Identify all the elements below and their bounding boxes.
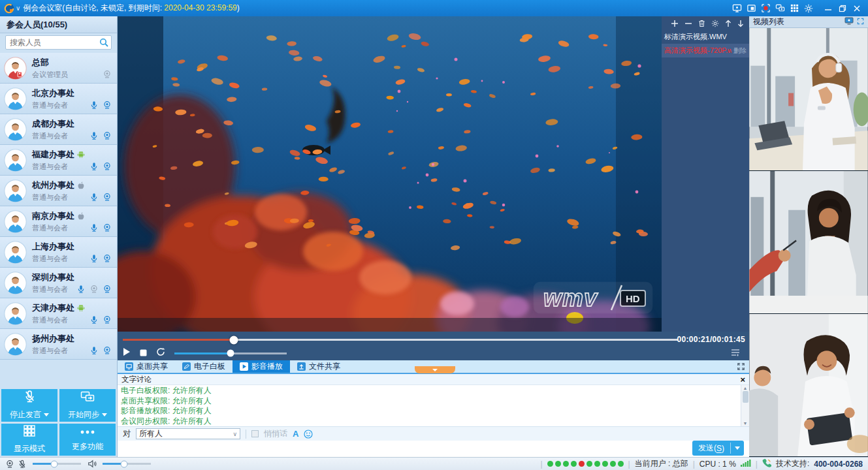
participant-row[interactable]: 杭州办事处 普通与会者	[0, 176, 117, 206]
speaker-volume-slider[interactable]	[103, 463, 151, 465]
participant-row[interactable]: 扬州办事处 普通与会者	[0, 329, 117, 360]
tab-whiteboard[interactable]: 电子白板	[175, 360, 233, 373]
fullscreen-icon[interactable]	[737, 360, 749, 373]
tab-desktop-share[interactable]: 桌面共享	[118, 360, 175, 373]
webcam-icon[interactable]	[103, 285, 112, 294]
participant-row[interactable]: 上海办事处 普通与会者	[0, 237, 117, 268]
speaker-volume-handle[interactable]	[121, 460, 128, 467]
mic-icon[interactable]	[89, 315, 99, 324]
whisper-checkbox[interactable]	[251, 430, 259, 437]
record-icon[interactable]	[758, 1, 773, 15]
mic-icon[interactable]	[89, 223, 99, 232]
message-input[interactable]	[118, 441, 679, 458]
webcam-icon[interactable]	[103, 162, 112, 171]
webcam-icon[interactable]	[103, 315, 112, 324]
avatar	[4, 333, 27, 356]
mic-icon[interactable]	[89, 162, 99, 171]
play-button[interactable]	[123, 347, 131, 359]
scroll-up-icon[interactable]: ▲	[743, 386, 748, 390]
support-phone-icon	[762, 458, 771, 469]
webcam-icon[interactable]	[103, 346, 112, 355]
playlist-delete-link[interactable]: 删除	[733, 44, 747, 57]
window-mode-icon[interactable]	[744, 1, 758, 15]
mic-icon[interactable]	[89, 131, 99, 140]
mic-icon[interactable]	[89, 346, 99, 355]
webcam-icon[interactable]	[103, 254, 112, 263]
replay-button[interactable]	[156, 347, 165, 359]
participant-row[interactable]: 深圳办事处 普通与会者	[0, 268, 117, 298]
more-features-button[interactable]: 更多功能	[59, 424, 116, 456]
search-input[interactable]	[5, 35, 112, 50]
webcam-off-icon[interactable]	[89, 285, 99, 294]
chat-close-icon[interactable]: ×	[740, 375, 745, 384]
playlist-trash-icon[interactable]	[698, 20, 705, 27]
speaker-icon[interactable]	[88, 460, 97, 468]
participant-row[interactable]: 福建办事处 普通与会者	[0, 145, 117, 176]
tab-file-share[interactable]: 文件共享	[290, 360, 347, 373]
chat-scrollbar[interactable]: ▲ ▼	[741, 385, 749, 426]
video-mode-icon[interactable]	[844, 17, 854, 27]
search-icon[interactable]	[99, 38, 108, 50]
participant-row[interactable]: 总部 会议管理员	[0, 53, 117, 84]
webcam-icon[interactable]	[103, 193, 112, 202]
participant-row[interactable]: 成都办事处 普通与会者	[0, 114, 117, 145]
playlist-settings-icon[interactable]	[711, 20, 719, 27]
expand-panel-icon[interactable]	[857, 18, 864, 27]
stop-speaking-button[interactable]: 停止发言	[1, 389, 57, 422]
participant-list: 总部 会议管理员	[0, 53, 117, 386]
start-sync-button[interactable]: 开始同步	[59, 389, 116, 422]
emoji-button[interactable]	[304, 430, 313, 439]
display-mode-button[interactable]: 显示模式	[1, 424, 57, 456]
participant-row[interactable]: 北京办事处 普通与会者	[0, 84, 117, 114]
scroll-down-icon[interactable]: ▼	[743, 421, 748, 426]
mic-icon[interactable]	[89, 193, 99, 202]
avatar	[4, 180, 27, 202]
playlist-toggle-icon[interactable]	[731, 347, 740, 359]
chat-collapse-handle[interactable]	[415, 366, 455, 373]
chevron-down-icon[interactable]: ∨	[16, 5, 20, 12]
playlist-remove-icon[interactable]	[684, 20, 692, 27]
grid-icon[interactable]	[787, 1, 801, 15]
settings-gear-icon[interactable]	[801, 1, 816, 15]
font-button[interactable]: A	[293, 429, 298, 439]
playlist-item-selected[interactable]: 高清演示视频-720P.wmv 删除	[662, 44, 749, 57]
stop-button[interactable]	[140, 347, 147, 359]
recipient-select[interactable]: 所有人∨	[136, 428, 240, 439]
video-thumbnail[interactable]	[749, 314, 868, 457]
my-webcam-icon[interactable]	[5, 460, 14, 469]
scroll-thumb[interactable]	[743, 391, 748, 403]
screen-share-icon[interactable]	[730, 1, 744, 15]
close-button[interactable]	[850, 1, 864, 15]
mic-icon[interactable]	[89, 101, 99, 110]
mic-volume-slider[interactable]	[33, 463, 81, 465]
media-player-stage[interactable]: wmv HD 标清演示视频.WMV 高清演示视频	[118, 16, 749, 332]
volume-handle[interactable]	[227, 350, 234, 357]
video-thumbnail[interactable]	[749, 28, 868, 171]
send-button[interactable]: 发送(S)	[692, 441, 744, 456]
video-thumbnail[interactable]	[749, 171, 868, 314]
seek-handle[interactable]	[230, 336, 238, 344]
maximize-button[interactable]	[835, 1, 850, 15]
move-down-icon[interactable]	[737, 20, 744, 27]
tab-media-playback[interactable]: 影音播放	[233, 360, 290, 373]
move-up-icon[interactable]	[725, 20, 731, 27]
mic-muted-icon[interactable]	[18, 460, 27, 469]
network-share-icon[interactable]	[773, 1, 787, 15]
playlist-item[interactable]: 标清演示视频.WMV	[662, 30, 749, 44]
mic-volume-handle[interactable]	[51, 460, 58, 467]
webcam-off-icon[interactable]	[103, 70, 112, 79]
volume-slider[interactable]	[174, 352, 287, 354]
mic-icon[interactable]	[89, 254, 99, 263]
participant-row[interactable]: 南京办事处 普通与会者	[0, 206, 117, 237]
minimize-button[interactable]	[821, 1, 835, 15]
seek-bar[interactable]	[123, 339, 678, 341]
webcam-icon[interactable]	[103, 131, 112, 140]
mic-icon[interactable]	[76, 285, 86, 294]
webcam-icon[interactable]	[103, 101, 112, 110]
playlist-add-icon[interactable]	[671, 20, 679, 27]
participant-role: 普通与会者	[32, 223, 85, 233]
send-options-arrow[interactable]	[731, 441, 744, 456]
titlebar: ∨ 例会会议室(自由讨论, 未锁定, 到期时间: 2020-04-30 23:5…	[0, 0, 868, 16]
participant-row[interactable]: 天津办事处 普通与会者	[0, 298, 117, 329]
webcam-icon[interactable]	[103, 223, 112, 232]
